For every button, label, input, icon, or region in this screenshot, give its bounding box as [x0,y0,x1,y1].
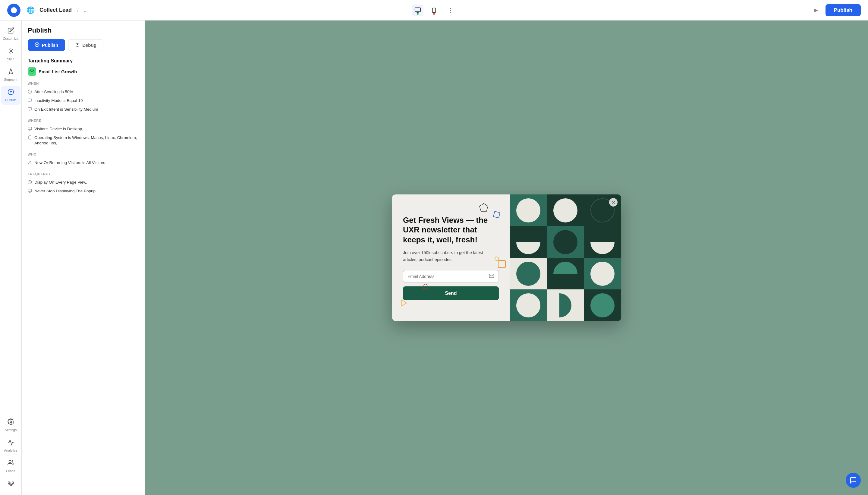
tab-publish[interactable]: Publish [28,39,65,51]
svg-marker-5 [9,69,13,74]
panel-tabs: Publish Debug [28,39,139,51]
frequency-condition-1: Display On Every Page View. [34,180,87,185]
condition-item: After Scrolling is 50% [28,88,139,97]
scroll-icon [28,89,32,95]
svg-rect-23 [28,189,32,192]
grid-cell [547,226,584,258]
topbar: 🌐 Collect Lead / ... ⋮ ▶ Publish [0,0,868,20]
when-condition-3: On Exit Intent is Sensibility:Medium [34,107,98,113]
svg-rect-17 [28,99,32,101]
popup-email-row[interactable] [403,270,499,283]
inactivity-icon [28,98,32,103]
when-condition-1: After Scrolling is 50% [34,89,73,95]
frequency-group: FREQUENCY Display On Every Page View. Ne… [28,172,139,195]
sidebar-label-analytics: Analytics [4,448,17,452]
sidebar-item-integrations[interactable] [1,477,20,491]
page-title: Collect Lead [39,7,72,13]
sidebar-item-customize[interactable]: Customize [1,24,20,44]
svg-rect-27 [498,260,505,268]
who-label: WHO [28,153,139,156]
logo-button[interactable] [7,4,20,17]
right-controls: ▶ Publish [811,4,861,16]
svg-rect-10 [8,482,10,483]
grid-cell [547,289,584,321]
sidebar-item-analytics[interactable]: Analytics [1,436,20,455]
when-condition-2: Inactivity Mode is Equal 19 [34,98,83,104]
desktop-device-button[interactable] [412,4,423,16]
grid-cell [510,289,547,321]
freq-icon-2 [28,189,32,194]
publish-tab-icon [35,42,39,48]
sidebar-item-settings[interactable]: Settings [1,415,20,435]
when-label: WHEN [28,82,139,85]
deco-pentagon [479,203,489,214]
when-group: WHEN After Scrolling is 50% Inactivity M… [28,82,139,114]
who-group: WHO New Or Returning Visitors is All Vis… [28,153,139,167]
popup-left: Get Fresh Views — the UXR newsletter tha… [392,194,510,321]
where-condition-1: Visitor's Device is Desktop, [34,126,83,132]
sidebar-item-publish[interactable]: Publish [1,86,20,105]
grid-cell [584,289,621,321]
sidebar-label-customize: Customize [3,37,19,40]
svg-point-21 [29,161,31,163]
campaign-icon [28,67,36,76]
sidebar-item-segment[interactable]: Segment [1,65,20,84]
grid-cell [547,258,584,289]
send-button[interactable]: Send [403,286,499,300]
publish-icon [7,89,14,97]
sidebar-label-style: Style [7,57,14,61]
svg-point-3 [434,11,434,12]
condition-item: Never Stop Displaying The Popup [28,187,139,195]
svg-marker-29 [402,300,406,306]
sidebar-label-settings: Settings [5,428,17,432]
where-label: WHERE [28,119,139,122]
freq-icon-1 [28,180,32,185]
condition-item: Display On Every Page View. [28,178,139,187]
sidebar-label-segment: Segment [4,78,17,81]
svg-rect-20 [29,136,31,139]
sidebar-label-publish: Publish [5,98,16,102]
segment-icon [7,68,14,76]
globe-icon: 🌐 [27,6,35,14]
targeting-summary-section: Targeting Summary Email List Growth WHEN… [28,58,139,195]
email-icon [485,273,499,280]
publish-panel: Publish Publish Debug Targeting Summary [22,20,145,495]
sidebar-label-leads: Leads [6,469,15,473]
analytics-icon [7,439,14,447]
grid-cell [510,258,547,289]
preview-button[interactable]: ▶ [811,4,822,16]
where-condition-2: Operating System is Windows, Macos, Linu… [34,135,139,147]
svg-point-9 [9,460,11,462]
sidebar-item-style[interactable]: Style [1,45,20,64]
email-input[interactable] [403,270,485,283]
svg-marker-24 [480,204,488,211]
sidebar-item-leads[interactable]: Leads [1,456,20,476]
svg-rect-1 [415,7,420,12]
device-cond-icon [28,126,32,132]
visitor-icon [28,160,32,166]
integrations-icon [7,480,14,488]
where-group: WHERE Visitor's Device is Desktop, Opera… [28,119,139,148]
more-options-button[interactable]: ⋮ [445,4,456,16]
svg-point-4 [10,50,12,52]
who-condition-1: New Or Returning Visitors is All Visitor… [34,160,105,166]
debug-tab-icon [75,42,80,48]
svg-rect-18 [28,108,32,110]
breadcrumb: ... [84,8,87,13]
svg-point-0 [11,7,17,13]
publish-button-top[interactable]: Publish [826,4,861,16]
tab-debug[interactable]: Debug [68,39,103,51]
main-layout: Customize Style Segment Publish Setting [0,20,868,495]
condition-item: Inactivity Mode is Equal 19 [28,97,139,105]
svg-point-15 [77,44,78,45]
os-icon [28,135,32,140]
settings-icon [7,419,14,427]
mobile-device-button[interactable] [428,4,440,16]
frequency-condition-2: Never Stop Displaying The Popup [34,188,96,194]
svg-point-8 [10,421,12,423]
sidebar: Customize Style Segment Publish Setting [0,20,22,495]
style-icon [7,48,14,56]
campaign-row: Email List Growth [28,67,139,76]
popup-close-button[interactable]: ✕ [609,198,618,206]
chat-button[interactable] [846,473,861,488]
